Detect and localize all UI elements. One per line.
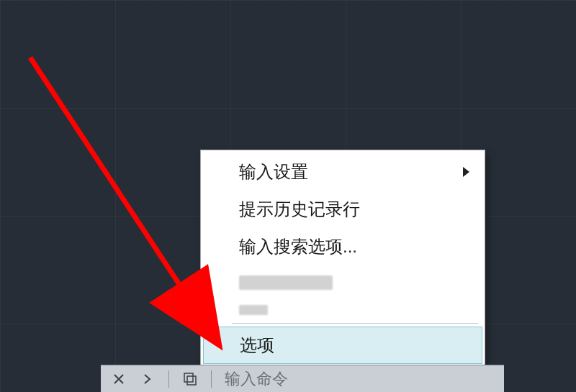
- menu-item-search-options[interactable]: 输入搜索选项...: [203, 228, 482, 265]
- menu-item-history-lines[interactable]: 提示历史记录行: [203, 191, 482, 228]
- toolbar-divider: [168, 370, 169, 388]
- submenu-arrow-icon: [463, 167, 469, 177]
- menu-item-label: 输入设置: [239, 160, 308, 183]
- svg-rect-0: [184, 373, 193, 382]
- context-menu: 输入设置 提示历史记录行 输入搜索选项... 选项: [200, 150, 485, 368]
- command-hint: 输入命令: [225, 368, 288, 390]
- menu-item-options[interactable]: 选项: [203, 327, 482, 364]
- menu-separator: [232, 323, 478, 324]
- command-toolbar: 输入命令: [101, 365, 504, 392]
- menu-item-blurred[interactable]: [203, 300, 482, 320]
- svg-rect-1: [187, 376, 196, 385]
- drawing-canvas[interactable]: 输入设置 提示历史记录行 输入搜索选项... 选项: [0, 0, 576, 392]
- close-icon[interactable]: [111, 371, 127, 387]
- menu-item-label: 提示历史记录行: [239, 198, 360, 221]
- menu-item-input-settings[interactable]: 输入设置: [203, 153, 482, 191]
- layers-icon[interactable]: [182, 371, 198, 387]
- toolbar-divider: [211, 370, 212, 388]
- menu-item-blurred[interactable]: [203, 265, 482, 300]
- chevron-right-icon[interactable]: [140, 371, 156, 387]
- menu-item-label: 选项: [240, 334, 274, 357]
- menu-item-label: 输入搜索选项...: [239, 235, 357, 258]
